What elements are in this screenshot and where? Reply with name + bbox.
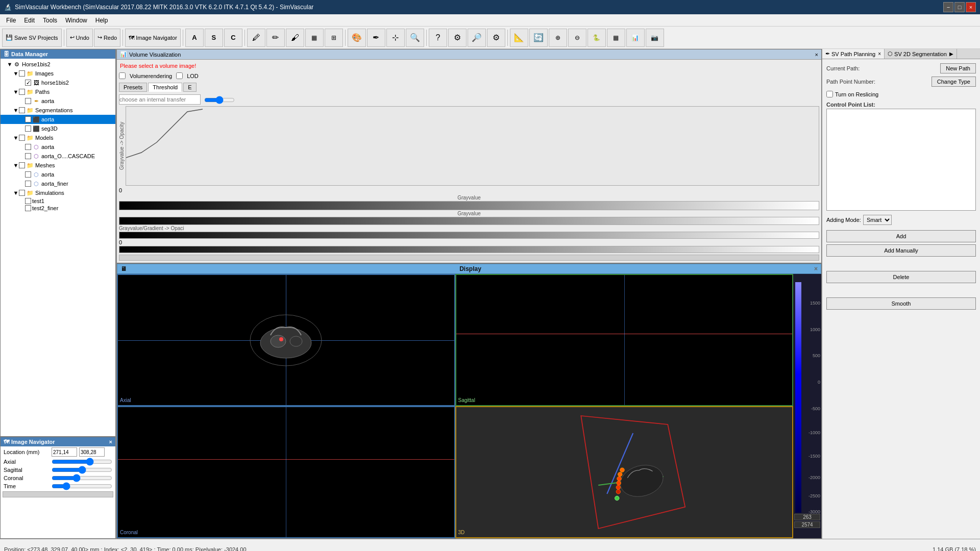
tree-item-models[interactable]: ▼ 📁 Models <box>1 133 115 142</box>
tool-matrix-button[interactable]: ▦ <box>607 29 625 47</box>
menu-edit[interactable]: Edit <box>20 16 39 25</box>
vol-scrollbar[interactable] <box>119 255 819 261</box>
tree-item-aorta-seg[interactable]: ✓ ⬛ aorta <box>1 115 115 124</box>
image-navigator-button[interactable]: 🗺 Image Navigator <box>125 29 181 47</box>
e-tab[interactable]: E <box>183 83 196 92</box>
tool-camera-button[interactable]: 📷 <box>646 29 664 47</box>
aorta-model-checkbox[interactable] <box>25 144 31 150</box>
tree-item-root[interactable]: ▼ ⚙ Horse1bis2 <box>1 60 115 69</box>
tree-item-aorta-path[interactable]: ✒ aorta <box>1 96 115 106</box>
tree-item-image[interactable]: ✓ 🖼 horse1bis2 <box>1 78 115 87</box>
sims-checkbox[interactable] <box>19 190 25 196</box>
presets-tab[interactable]: Presets <box>119 83 147 92</box>
menu-help[interactable]: Help <box>91 16 112 25</box>
tree-item-aorta-model[interactable]: ⬡ aorta <box>1 142 115 152</box>
models-checkbox[interactable] <box>19 135 25 141</box>
image-checkbox[interactable]: ✓ <box>25 80 31 86</box>
aorta-seg-checkbox[interactable]: ✓ <box>25 116 31 122</box>
display-sagittal[interactable]: Sagittal <box>455 274 794 406</box>
tree-item-aorta-finer[interactable]: ⬡ aorta_finer <box>1 179 115 188</box>
tree-item-segs[interactable]: ▼ 📁 Segmentations <box>1 106 115 115</box>
delete-button[interactable]: Delete <box>826 271 976 283</box>
nav-close-icon[interactable]: × <box>109 439 112 445</box>
menu-window[interactable]: Window <box>61 16 91 25</box>
tool-settings-button[interactable]: ⚙ <box>487 29 505 47</box>
tool-zoom-button[interactable]: 🔍 <box>406 29 424 47</box>
display-coronal[interactable]: Coronal <box>117 406 455 538</box>
adding-mode-select[interactable]: Smart <box>863 215 892 225</box>
aorta-finer-checkbox[interactable] <box>25 181 31 187</box>
aorta-path-checkbox[interactable] <box>25 98 31 104</box>
location-x-input[interactable] <box>52 447 77 457</box>
tool-rotate-button[interactable]: 🔄 <box>529 29 548 47</box>
reslicing-checkbox[interactable] <box>826 91 833 97</box>
display-close[interactable]: × <box>814 265 818 272</box>
transfer-input[interactable] <box>119 94 201 105</box>
tool-help-button[interactable]: ? <box>429 29 447 47</box>
transfer-slider[interactable] <box>204 96 235 104</box>
display-3d[interactable]: 3D <box>455 406 794 538</box>
tool-zoom-fit-button[interactable]: ⊕ <box>549 29 567 47</box>
axial-slider[interactable] <box>52 458 112 465</box>
paths-checkbox[interactable] <box>19 89 25 95</box>
tool-brush-button[interactable]: 🖌 <box>286 29 304 47</box>
button-s[interactable]: S <box>205 29 223 47</box>
volrender-checkbox[interactable] <box>119 72 126 79</box>
meshes-checkbox[interactable] <box>19 162 25 168</box>
tree-item-test1[interactable]: test1 <box>1 197 115 205</box>
tool-python-button[interactable]: 🐍 <box>587 29 606 47</box>
vol-vis-close[interactable]: × <box>815 52 818 58</box>
tree-item-meshes[interactable]: ▼ 📁 Meshes <box>1 161 115 170</box>
cascade-checkbox[interactable] <box>25 153 31 159</box>
nav-scrollbar[interactable] <box>3 491 113 497</box>
tool-search-button[interactable]: 🔎 <box>468 29 486 47</box>
opacity-graph[interactable] <box>126 106 819 186</box>
tool-pencil-button[interactable]: ✏ <box>266 29 285 47</box>
tool-draw-button[interactable]: ✒ <box>367 29 385 47</box>
save-projects-button[interactable]: 💾 Save SV Projects <box>2 29 62 47</box>
tab-2d-seg[interactable]: ⬡ SV 2D Segmentation ▶ <box>885 49 957 59</box>
time-slider[interactable] <box>52 483 112 490</box>
menu-tools[interactable]: Tools <box>39 16 61 25</box>
minimize-button[interactable]: − <box>943 2 953 12</box>
tool-wand-button[interactable]: 🖉 <box>247 29 265 47</box>
seg3d-checkbox[interactable] <box>25 126 31 132</box>
new-path-button[interactable]: New Path <box>940 63 976 73</box>
button-c[interactable]: C <box>224 29 242 47</box>
display-axial[interactable]: Axial <box>117 274 455 406</box>
add-button[interactable]: Add <box>826 230 976 242</box>
change-type-button[interactable]: Change Type <box>932 77 976 87</box>
test1-checkbox[interactable] <box>25 198 31 204</box>
tree-item-sims[interactable]: ▼ 📁 Simulations <box>1 188 115 197</box>
coronal-slider[interactable] <box>52 474 112 482</box>
undo-button[interactable]: ↩ Undo <box>66 29 93 47</box>
sagittal-slider[interactable] <box>52 466 112 473</box>
tool-cursor-button[interactable]: ⊹ <box>386 29 405 47</box>
tool-measure-button[interactable]: 📐 <box>510 29 528 47</box>
tool-texture-button[interactable]: ▦ <box>305 29 324 47</box>
tool-paint-button[interactable]: 🎨 <box>348 29 366 47</box>
tool-chart-button[interactable]: 📊 <box>626 29 645 47</box>
redo-button[interactable]: ↪ Redo <box>94 29 120 47</box>
lod-checkbox[interactable] <box>176 72 183 79</box>
button-a[interactable]: A <box>185 29 204 47</box>
smooth-button[interactable]: Smooth <box>826 297 976 310</box>
tree-item-paths[interactable]: ▼ 📁 Paths <box>1 87 115 96</box>
tab-seg-arrow[interactable]: ▶ <box>949 51 953 57</box>
tool-grid-button[interactable]: ⊞ <box>325 29 343 47</box>
segs-checkbox[interactable] <box>19 107 25 113</box>
tree-item-test2[interactable]: test2_finer <box>1 205 115 212</box>
tab-path-planning[interactable]: ✒ SV Path Planning × <box>822 49 885 59</box>
tree-item-aorta-cascade[interactable]: ⬡ aorta_O....CASCADE <box>1 152 115 161</box>
tree-item-aorta-mesh[interactable]: ⬡ aorta <box>1 170 115 179</box>
maximize-button[interactable]: □ <box>954 2 965 12</box>
images-checkbox[interactable] <box>19 70 25 77</box>
tab-path-close[interactable]: × <box>878 51 881 57</box>
aorta-mesh-checkbox[interactable] <box>25 171 31 178</box>
tool-plugin-button[interactable]: ⚙ <box>448 29 467 47</box>
tree-item-images[interactable]: ▼ 📁 Images <box>1 69 115 78</box>
tool-zoom-out-button[interactable]: ⊖ <box>568 29 586 47</box>
control-point-list[interactable] <box>826 109 976 211</box>
threshold-tab[interactable]: Threshold <box>148 83 182 92</box>
test2-checkbox[interactable] <box>25 205 31 211</box>
